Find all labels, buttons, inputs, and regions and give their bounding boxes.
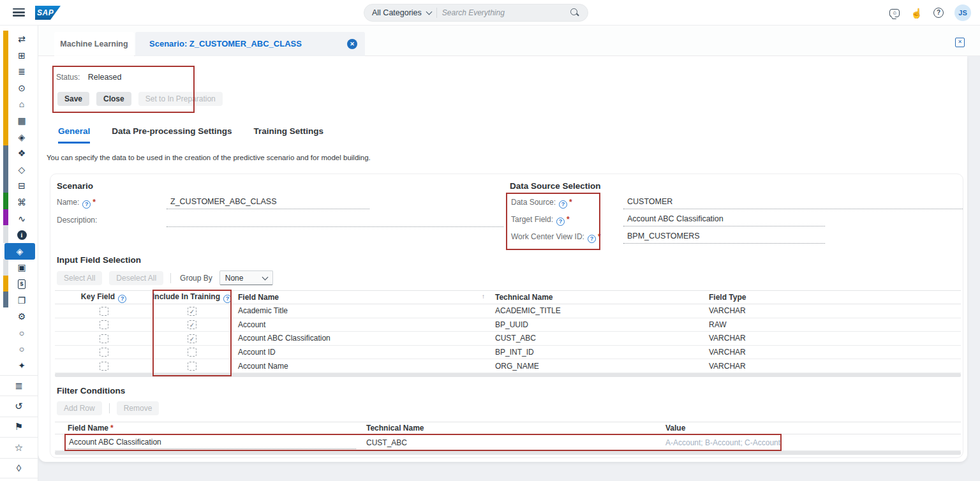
data-source-field[interactable]: CUSTOMER: [623, 195, 963, 209]
col-field-type[interactable]: Field Type: [708, 293, 961, 302]
table-row[interactable]: Account Name ORG_NAME VARCHAR: [55, 359, 961, 373]
key-field-checkbox[interactable]: [100, 362, 108, 371]
touch-pointer-icon[interactable]: ☝: [910, 8, 923, 18]
filter-value-input[interactable]: A-Account; B-Account; C-Account: [653, 438, 961, 447]
include-in-training-checkbox[interactable]: ✓: [188, 320, 197, 329]
work-center-view-id-field[interactable]: BPM_CUSTOMERS: [623, 230, 825, 244]
sidebar-item-favorites[interactable]: ☆: [0, 437, 38, 457]
select-all-button[interactable]: Select All: [57, 271, 102, 285]
save-button[interactable]: Save: [57, 92, 89, 106]
sort-ascending-icon[interactable]: ↑: [482, 293, 485, 300]
include-in-training-checkbox[interactable]: [188, 362, 197, 371]
key-field-checkbox[interactable]: [100, 320, 108, 329]
table-header: Key Field? Include In Training? Field Na…: [55, 290, 961, 304]
help-icon[interactable]: ?: [118, 295, 126, 303]
sidebar-item-building-finance[interactable]: ▦: [9, 112, 34, 129]
sidebar-item-tags[interactable]: ◊: [0, 458, 38, 478]
include-in-training-checkbox[interactable]: ✓: [188, 307, 197, 316]
help-icon[interactable]: ?: [588, 235, 596, 243]
include-in-training-checkbox[interactable]: [188, 348, 197, 357]
tab-data-preprocessing[interactable]: Data Pre-processing Settings: [112, 126, 232, 144]
strip-slate-2: [3, 292, 8, 307]
field-type-cell: VARCHAR: [708, 334, 961, 343]
search-icon[interactable]: [570, 8, 580, 18]
table-row[interactable]: ✓ Account BP_UUID RAW: [55, 318, 961, 332]
sidebar-item-flag[interactable]: ⚑: [0, 417, 38, 437]
help-icon[interactable]: ?: [223, 295, 232, 303]
description-field[interactable]: [167, 213, 503, 227]
key-field-checkbox[interactable]: [100, 307, 108, 316]
set-to-in-preparation-button[interactable]: Set to In Preparation: [138, 92, 223, 106]
feedback-icon[interactable]: ☺: [889, 9, 900, 17]
include-in-training-checkbox[interactable]: ✓: [188, 334, 197, 343]
sidebar-item-information[interactable]: i: [9, 226, 34, 243]
search-input[interactable]: Search Everything: [442, 8, 565, 17]
close-icon[interactable]: ✕: [347, 39, 357, 49]
tab-general[interactable]: General: [58, 126, 90, 144]
key-field-checkbox[interactable]: [100, 334, 108, 343]
sidebar-item-database[interactable]: ⊟: [9, 177, 34, 194]
help-icon[interactable]: ?: [933, 8, 944, 18]
menu-icon[interactable]: [13, 8, 25, 17]
filter-field-name-input[interactable]: Account ABC Classification: [68, 436, 356, 449]
sidebar-item-company[interactable]: ⌂: [9, 96, 34, 112]
table-row[interactable]: ✓ Academic Title ACADEMIC_TITLE VARCHAR: [55, 304, 961, 318]
search-category-dropdown[interactable]: All Categories: [372, 8, 422, 17]
sidebar-item-workflow[interactable]: ⌘: [9, 194, 34, 211]
tab-scenario[interactable]: Scenario: Z_CUSTOMER_ABC_CLASS ✕: [135, 32, 365, 56]
window-close-icon[interactable]: ✕: [955, 38, 965, 47]
tab-machine-learning-cockpit[interactable]: Machine Learning Coc...: [54, 32, 134, 56]
required-marker: *: [93, 198, 96, 207]
table-grow-handle[interactable]: [55, 451, 961, 455]
col-include-in-training[interactable]: Include In Training?: [152, 292, 232, 303]
sidebar-item-funds[interactable]: ◈: [9, 129, 34, 145]
sidebar-item-marketing[interactable]: ✦: [9, 357, 34, 374]
sidebar-item-circle-a[interactable]: ○: [9, 325, 34, 341]
help-icon[interactable]: ?: [559, 200, 567, 209]
group-by-value: None: [225, 274, 244, 283]
add-row-button[interactable]: Add Row: [57, 401, 102, 415]
col-technical-name: Technical Name: [353, 424, 653, 433]
sidebar-item-detail-list[interactable]: ≣: [0, 375, 38, 396]
help-icon[interactable]: ?: [82, 200, 91, 209]
target-field-field[interactable]: Account ABC Classification: [623, 212, 825, 226]
avatar[interactable]: JS: [954, 4, 971, 21]
technical-name-cell: CUST_ABC: [494, 334, 708, 343]
strip-purple: [3, 209, 8, 225]
sidebar-item-clipboard[interactable]: ▣: [9, 259, 34, 276]
sidebar-item-trend-chart[interactable]: ∿: [9, 211, 34, 227]
group-by-select[interactable]: None: [219, 270, 273, 285]
sidebar-item-circle-b[interactable]: ○: [9, 341, 34, 357]
sidebar-item-cash-register[interactable]: ⊞: [9, 47, 34, 64]
sidebar-item-search-analytics[interactable]: ⊙: [9, 80, 34, 96]
col-value: Value: [653, 424, 961, 433]
filter-row[interactable]: Account ABC Classification CUST_ABC A-Ac…: [55, 434, 961, 451]
table-row[interactable]: ✓ Account ABC Classification CUST_ABC VA…: [55, 332, 961, 346]
table-row[interactable]: Account ID BP_INT_ID VARCHAR: [55, 346, 961, 360]
deselect-all-button[interactable]: Deselect All: [109, 271, 163, 285]
sidebar-item-worklist[interactable]: ≣: [9, 63, 34, 80]
search-bar[interactable]: All Categories Search Everything: [364, 4, 588, 22]
close-button[interactable]: Close: [96, 92, 131, 106]
chevron-down-icon[interactable]: [426, 9, 432, 15]
table-grow-handle[interactable]: [55, 373, 961, 377]
sidebar-item-history[interactable]: ↺: [0, 396, 38, 416]
remove-button[interactable]: Remove: [117, 401, 160, 415]
sidebar-item-tools[interactable]: ⚙: [9, 308, 34, 325]
sidebar-item-currency-exchange[interactable]: ⇄: [9, 31, 34, 47]
tab-training-settings[interactable]: Training Settings: [254, 126, 324, 144]
help-icon[interactable]: ?: [556, 218, 565, 226]
sidebar-item-product[interactable]: ◇: [9, 161, 34, 178]
col-technical-name[interactable]: Technical Name: [494, 293, 708, 302]
col-key-field[interactable]: Key Field?: [55, 292, 152, 303]
strip-yellow: [3, 31, 8, 145]
col-field-name[interactable]: Field Name↑: [232, 293, 494, 302]
sidebar-item-billing[interactable]: $: [9, 276, 34, 292]
billing-icon: $: [18, 279, 26, 289]
key-field-checkbox[interactable]: [100, 348, 108, 357]
sidebar-item-org-chart[interactable]: ❖: [9, 145, 34, 161]
sidebar-item-copy[interactable]: ❐: [9, 292, 34, 309]
data-source-label: Data Source:: [511, 198, 556, 207]
name-field[interactable]: Z_CUSTOMER_ABC_CLASS: [167, 195, 369, 209]
sidebar-item-machine-learning[interactable]: ◈: [4, 243, 35, 260]
